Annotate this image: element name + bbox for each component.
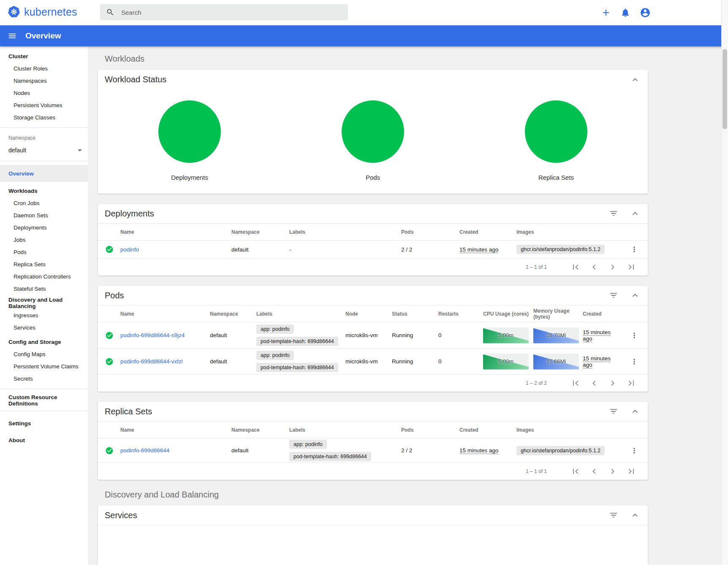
column-header-created[interactable]: Created bbox=[583, 311, 620, 317]
column-header-name[interactable]: Name bbox=[120, 427, 231, 433]
sidebar-group-workloads: Workloads bbox=[0, 184, 88, 197]
column-header-restarts[interactable]: Restarts bbox=[438, 311, 483, 317]
sidebar-item-settings[interactable]: Settings bbox=[0, 415, 88, 432]
next-page-button[interactable] bbox=[608, 262, 618, 272]
row-menu-button[interactable] bbox=[630, 331, 638, 340]
column-header-images[interactable]: Images bbox=[516, 427, 620, 433]
sidebar-item-stateful-sets[interactable]: Stateful Sets bbox=[0, 283, 88, 295]
column-header-status[interactable]: Status bbox=[392, 311, 438, 317]
replica-set-name-link[interactable]: podinfo-699d86644 bbox=[120, 447, 169, 454]
filter-button[interactable] bbox=[609, 209, 618, 218]
kubernetes-brand[interactable]: kubernetes bbox=[8, 5, 77, 18]
column-header-labels[interactable]: Labels bbox=[289, 427, 401, 433]
sidebar-item-pods[interactable]: Pods bbox=[0, 246, 88, 258]
column-header-labels[interactable]: Labels bbox=[256, 311, 345, 317]
pagination-range-label: 1 – 2 of 2 bbox=[526, 380, 547, 386]
kebab-menu-icon bbox=[630, 357, 638, 366]
sidebar-item-overview[interactable]: Overview bbox=[0, 165, 88, 182]
sidebar-item-about[interactable]: About bbox=[0, 432, 88, 449]
sidebar-item-daemon-sets[interactable]: Daemon Sets bbox=[0, 209, 88, 222]
column-header-created[interactable]: Created bbox=[459, 427, 516, 433]
namespace-select[interactable]: default bbox=[0, 143, 88, 157]
first-page-button[interactable] bbox=[570, 466, 581, 476]
last-page-button[interactable] bbox=[626, 262, 636, 272]
pod-name-link[interactable]: podinfo-699d86644-s9jz4 bbox=[120, 332, 185, 338]
column-header-namespace[interactable]: Namespace bbox=[231, 427, 289, 433]
collapse-card-button[interactable] bbox=[630, 208, 640, 219]
label-chip: app: podinfo bbox=[289, 440, 327, 449]
next-page-button[interactable] bbox=[608, 378, 618, 388]
replica-sets-status-donut bbox=[525, 100, 587, 163]
collapse-card-button[interactable] bbox=[630, 290, 640, 300]
sidebar-item-cron-jobs[interactable]: Cron Jobs bbox=[0, 197, 88, 209]
sidebar-item-persistent-volume-claims[interactable]: Persistent Volume Claims bbox=[0, 360, 88, 373]
search-bar[interactable] bbox=[100, 4, 348, 20]
deployments-table-header: Name Namespace Labels Pods Created Image… bbox=[98, 224, 648, 241]
last-page-button[interactable] bbox=[626, 378, 636, 388]
sidebar-item-namespaces[interactable]: Namespaces bbox=[0, 75, 88, 87]
first-page-button[interactable] bbox=[570, 262, 581, 272]
column-header-memory-usage[interactable]: Memory Usage (bytes) bbox=[533, 308, 583, 320]
sidebar-item-secrets[interactable]: Secrets bbox=[0, 373, 88, 385]
filter-button[interactable] bbox=[609, 407, 618, 416]
column-header-created[interactable]: Created bbox=[459, 229, 516, 235]
deployment-name-link[interactable]: podinfo bbox=[120, 246, 139, 253]
sidebar-item-jobs[interactable]: Jobs bbox=[0, 234, 88, 246]
create-resource-button[interactable] bbox=[601, 8, 611, 18]
previous-page-button[interactable] bbox=[589, 262, 599, 272]
sidebar-item-config-maps[interactable]: Config Maps bbox=[0, 348, 88, 360]
sidebar-item-custom-resource-definitions[interactable]: Custom Resource Definitions bbox=[0, 394, 88, 407]
collapse-card-button[interactable] bbox=[630, 75, 640, 85]
column-header-pods[interactable]: Pods bbox=[401, 427, 459, 433]
chevron-up-icon bbox=[630, 290, 640, 300]
collapse-card-button[interactable] bbox=[630, 406, 640, 416]
image-chip: ghcr.io/stefanprodan/podinfo:5.1.2 bbox=[516, 446, 605, 455]
page-scrollbar[interactable] bbox=[721, 0, 728, 565]
pods-chart-column: Pods bbox=[281, 100, 465, 181]
sidebar-item-persistent-volumes[interactable]: Persistent Volumes bbox=[0, 99, 88, 111]
previous-page-button[interactable] bbox=[589, 378, 599, 388]
sidebar-group-cluster: Cluster bbox=[0, 50, 88, 62]
column-header-node[interactable]: Node bbox=[345, 311, 392, 317]
filter-button[interactable] bbox=[609, 291, 618, 300]
sidebar-item-cluster-roles[interactable]: Cluster Roles bbox=[0, 62, 88, 75]
hamburger-menu-button[interactable] bbox=[8, 31, 17, 41]
column-header-namespace[interactable]: Namespace bbox=[210, 311, 256, 317]
pod-name-link[interactable]: podinfo-699d86644-vxfzl bbox=[120, 358, 183, 365]
column-header-images[interactable]: Images bbox=[516, 229, 620, 235]
memory-usage-value: 16.70Mi bbox=[533, 327, 579, 343]
sidebar-item-deployments[interactable]: Deployments bbox=[0, 222, 88, 234]
cell-node: microk8s-vm bbox=[345, 332, 392, 338]
workload-status-card-header: Workload Status bbox=[98, 70, 648, 89]
notifications-button[interactable] bbox=[620, 8, 630, 18]
deployments-card-header: Deployments bbox=[98, 204, 648, 224]
row-menu-button[interactable] bbox=[630, 446, 638, 455]
sidebar-item-replica-sets[interactable]: Replica Sets bbox=[0, 258, 88, 270]
last-page-icon bbox=[626, 466, 636, 476]
column-header-name[interactable]: Name bbox=[120, 311, 210, 317]
label-chip: pod-template-hash: 699d86644 bbox=[256, 337, 338, 346]
collapse-card-button[interactable] bbox=[630, 510, 640, 520]
previous-page-button[interactable] bbox=[589, 466, 599, 476]
sidebar-item-ingresses[interactable]: Ingresses bbox=[0, 309, 88, 322]
column-header-pods[interactable]: Pods bbox=[401, 229, 459, 235]
row-menu-button[interactable] bbox=[630, 245, 638, 254]
sidebar-item-nodes[interactable]: Nodes bbox=[0, 87, 88, 99]
sidebar-item-services[interactable]: Services bbox=[0, 322, 88, 334]
row-menu-button[interactable] bbox=[630, 357, 638, 366]
scrollbar-thumb[interactable] bbox=[723, 49, 727, 129]
search-input[interactable] bbox=[121, 9, 342, 16]
last-page-button[interactable] bbox=[626, 466, 636, 476]
column-header-cpu-usage[interactable]: CPU Usage (cores) bbox=[483, 311, 533, 317]
column-header-name[interactable]: Name bbox=[120, 229, 231, 235]
column-header-namespace[interactable]: Namespace bbox=[231, 229, 289, 235]
filter-button[interactable] bbox=[609, 511, 618, 520]
sidebar-item-storage-classes[interactable]: Storage Classes bbox=[0, 111, 88, 124]
user-menu-button[interactable] bbox=[640, 7, 651, 18]
app-header: kubernetes bbox=[0, 0, 728, 25]
column-header-labels[interactable]: Labels bbox=[289, 229, 401, 235]
replica-sets-card-header: Replica Sets bbox=[98, 402, 648, 422]
sidebar-item-replication-controllers[interactable]: Replication Controllers bbox=[0, 270, 88, 283]
next-page-button[interactable] bbox=[608, 466, 618, 476]
first-page-button[interactable] bbox=[570, 378, 581, 388]
